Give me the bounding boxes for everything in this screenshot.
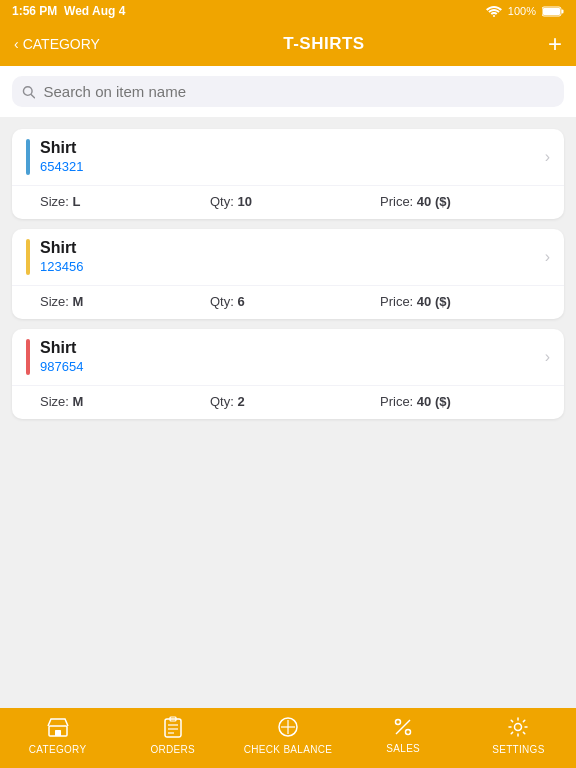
item-price: Price: 40 ($): [380, 394, 550, 409]
back-label: CATEGORY: [23, 36, 100, 52]
item-card[interactable]: Shirt 123456 › Size: M Qty: 6 Price: 40 …: [12, 229, 564, 319]
svg-rect-7: [55, 730, 61, 736]
item-card[interactable]: Shirt 987654 › Size: M Qty: 2 Price: 40 …: [12, 329, 564, 419]
item-qty: Qty: 6: [210, 294, 380, 309]
item-card-bottom: Size: L Qty: 10 Price: 40 ($): [12, 185, 564, 219]
svg-point-17: [406, 729, 411, 734]
item-name: Shirt: [40, 239, 537, 257]
nav-bar: ‹ CATEGORY T-SHIRTS +: [0, 22, 576, 66]
item-info: Shirt 654321: [40, 139, 537, 175]
chevron-right-icon: ›: [545, 239, 550, 275]
svg-point-19: [515, 723, 522, 730]
item-name: Shirt: [40, 339, 537, 357]
item-name: Shirt: [40, 139, 537, 157]
search-icon: [22, 85, 35, 99]
search-container: [0, 66, 576, 117]
status-right: 100%: [486, 5, 564, 17]
tab-label-checkbalance: CHECK BALANCE: [244, 744, 332, 755]
item-card-bottom: Size: M Qty: 2 Price: 40 ($): [12, 385, 564, 419]
item-price: Price: 40 ($): [380, 194, 550, 209]
tab-label-category: CATEGORY: [29, 744, 87, 755]
item-color-bar: [26, 339, 30, 375]
tab-bar: CATEGORY ORDERS CHECK BALANCE SALES SETT…: [0, 708, 576, 768]
clipboard-icon: [163, 716, 183, 741]
battery-icon: [542, 6, 564, 17]
item-card-bottom: Size: M Qty: 6 Price: 40 ($): [12, 285, 564, 319]
svg-point-16: [396, 719, 401, 724]
item-sku: 123456: [40, 259, 537, 274]
item-price: Price: 40 ($): [380, 294, 550, 309]
item-card-top[interactable]: Shirt 654321 ›: [12, 129, 564, 185]
tab-item-settings[interactable]: SETTINGS: [461, 716, 576, 755]
status-time: 1:56 PM Wed Aug 4: [12, 4, 125, 18]
svg-point-0: [493, 15, 495, 17]
item-sku: 987654: [40, 359, 537, 374]
item-color-bar: [26, 139, 30, 175]
back-chevron-icon: ‹: [14, 36, 19, 52]
tab-item-category[interactable]: CATEGORY: [0, 716, 115, 755]
chevron-right-icon: ›: [545, 139, 550, 175]
tab-item-checkbalance[interactable]: CHECK BALANCE: [230, 716, 345, 755]
item-qty: Qty: 10: [210, 194, 380, 209]
item-info: Shirt 123456: [40, 239, 537, 275]
battery-indicator: 100%: [508, 5, 536, 17]
nav-title: T-SHIRTS: [283, 34, 364, 54]
back-button[interactable]: ‹ CATEGORY: [14, 36, 100, 52]
balance-icon: [277, 716, 299, 741]
search-wrapper: [12, 76, 564, 107]
store-icon: [47, 716, 69, 741]
item-size: Size: M: [40, 394, 210, 409]
svg-rect-3: [562, 9, 564, 13]
item-info: Shirt 987654: [40, 339, 537, 375]
item-card[interactable]: Shirt 654321 › Size: L Qty: 10 Price: 40…: [12, 129, 564, 219]
gear-icon: [507, 716, 529, 741]
item-qty: Qty: 2: [210, 394, 380, 409]
status-bar: 1:56 PM Wed Aug 4 100%: [0, 0, 576, 22]
tab-label-sales: SALES: [386, 743, 420, 754]
search-input[interactable]: [43, 83, 554, 100]
percent-icon: [393, 717, 413, 740]
tab-item-sales[interactable]: SALES: [346, 717, 461, 754]
svg-line-18: [396, 720, 410, 734]
item-card-top[interactable]: Shirt 123456 ›: [12, 229, 564, 285]
item-sku: 654321: [40, 159, 537, 174]
add-button[interactable]: +: [548, 32, 562, 56]
item-list: Shirt 654321 › Size: L Qty: 10 Price: 40…: [0, 117, 576, 708]
tab-label-settings: SETTINGS: [492, 744, 544, 755]
item-color-bar: [26, 239, 30, 275]
svg-rect-8: [165, 719, 181, 737]
tab-item-orders[interactable]: ORDERS: [115, 716, 230, 755]
item-size: Size: M: [40, 294, 210, 309]
svg-rect-2: [543, 8, 560, 15]
item-card-top[interactable]: Shirt 987654 ›: [12, 329, 564, 385]
wifi-icon: [486, 5, 502, 17]
chevron-right-icon: ›: [545, 339, 550, 375]
item-size: Size: L: [40, 194, 210, 209]
tab-label-orders: ORDERS: [151, 744, 196, 755]
svg-line-5: [31, 94, 34, 97]
